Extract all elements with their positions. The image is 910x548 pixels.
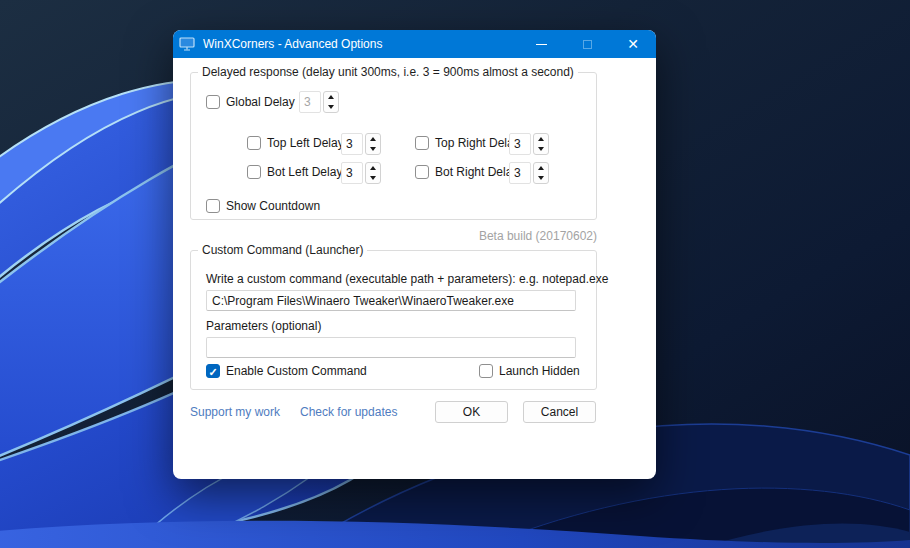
delayed-response-legend: Delayed response (delay unit 300ms, i.e.… [198,65,578,79]
global-delay-spin-buttons[interactable] [323,91,339,113]
bot-left-delay-spinner[interactable]: 3 [341,162,381,184]
bot-left-delay-value[interactable]: 3 [341,162,363,184]
command-path-input[interactable] [206,290,576,311]
bot-left-delay-row[interactable]: Bot Left Delay [247,165,342,179]
bot-right-delay-row[interactable]: Bot Right Delay [415,165,518,179]
maximize-icon [583,40,592,49]
spin-up-icon[interactable] [366,134,380,144]
spin-down-icon[interactable] [366,173,380,183]
global-delay-checkbox-row[interactable]: Global Delay [206,95,295,109]
ok-button[interactable]: OK [435,401,508,423]
launch-hidden-checkbox[interactable] [479,364,493,378]
spin-up-icon[interactable] [324,92,338,102]
show-countdown-row[interactable]: Show Countdown [206,199,320,213]
enable-custom-command-label: Enable Custom Command [226,364,367,378]
app-monitor-icon [179,37,195,51]
cancel-button[interactable]: Cancel [523,401,596,423]
top-left-delay-value[interactable]: 3 [341,133,363,155]
global-delay-spinner[interactable]: 3 [299,91,339,113]
top-left-delay-spinner[interactable]: 3 [341,133,381,155]
minimize-button[interactable] [518,30,564,58]
top-left-delay-label: Top Left Delay [267,136,344,150]
bot-left-delay-label: Bot Left Delay [267,165,342,179]
launch-hidden-row[interactable]: Launch Hidden [479,364,580,378]
beta-build-text: Beta build (20170602) [479,229,597,243]
top-left-delay-row[interactable]: Top Left Delay [247,136,344,150]
titlebar[interactable]: WinXCorners - Advanced Options ✕ [173,30,656,58]
bot-left-delay-checkbox[interactable] [247,165,261,179]
spin-buttons[interactable] [533,162,549,184]
parameters-label: Parameters (optional) [206,319,321,333]
spin-up-icon[interactable] [534,134,548,144]
support-link[interactable]: Support my work [190,405,280,419]
maximize-button [564,30,610,58]
custom-command-legend: Custom Command (Launcher) [198,243,367,257]
spin-up-icon[interactable] [366,163,380,173]
top-right-delay-value[interactable]: 3 [509,133,531,155]
close-button[interactable]: ✕ [610,30,656,58]
top-right-delay-label: Top Right Delay [435,136,520,150]
check-updates-link[interactable]: Check for updates [300,405,397,419]
desktop: WinXCorners - Advanced Options ✕ Delayed… [0,0,910,548]
dialog-window: WinXCorners - Advanced Options ✕ Delayed… [173,30,656,479]
spin-down-icon[interactable] [534,144,548,154]
spin-down-icon[interactable] [324,102,338,112]
global-delay-label: Global Delay [226,95,295,109]
spin-down-icon[interactable] [534,173,548,183]
minimize-icon [536,44,547,45]
close-icon: ✕ [627,37,639,51]
spin-buttons[interactable] [365,162,381,184]
delayed-response-group: Delayed response (delay unit 300ms, i.e.… [190,72,597,220]
spin-down-icon[interactable] [366,144,380,154]
custom-command-group: Custom Command (Launcher) Write a custom… [190,250,597,390]
enable-custom-command-row[interactable]: Enable Custom Command [206,364,367,378]
spin-buttons[interactable] [365,133,381,155]
bot-right-delay-value[interactable]: 3 [509,162,531,184]
top-right-delay-checkbox[interactable] [415,136,429,150]
global-delay-checkbox[interactable] [206,95,220,109]
bot-right-delay-checkbox[interactable] [415,165,429,179]
enable-custom-command-checkbox[interactable] [206,364,220,378]
top-left-delay-checkbox[interactable] [247,136,261,150]
window-title: WinXCorners - Advanced Options [203,37,518,51]
spin-up-icon[interactable] [534,163,548,173]
global-delay-value[interactable]: 3 [299,91,321,113]
launch-hidden-label: Launch Hidden [499,364,580,378]
top-right-delay-row[interactable]: Top Right Delay [415,136,520,150]
bot-right-delay-spinner[interactable]: 3 [509,162,549,184]
top-right-delay-spinner[interactable]: 3 [509,133,549,155]
bot-right-delay-label: Bot Right Delay [435,165,518,179]
parameters-input[interactable] [206,337,576,358]
spin-buttons[interactable] [533,133,549,155]
command-instructions-label: Write a custom command (executable path … [206,272,608,286]
show-countdown-checkbox[interactable] [206,199,220,213]
show-countdown-label: Show Countdown [226,199,320,213]
